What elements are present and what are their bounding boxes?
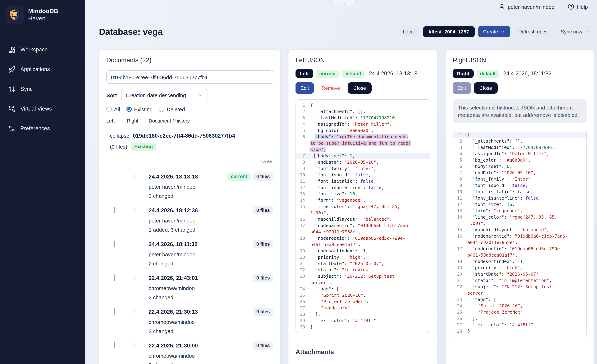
code-content: ], (307, 311, 430, 318)
document-search-input[interactable] (106, 70, 273, 84)
code-line: 22"subject": "ZN-212: Setup test (453, 284, 586, 290)
fold-chevron-icon[interactable]: › (307, 104, 310, 106)
radio-icon[interactable] (106, 107, 112, 112)
code-content: "font_size": 16, (464, 201, 586, 208)
left-select-radio[interactable] (114, 207, 115, 213)
line-number: 27 (296, 305, 307, 311)
sidebar-item-sync[interactable]: Sync (4, 82, 81, 96)
right-select-radio[interactable] (134, 207, 135, 213)
sidebar-item-virtual-views[interactable]: Virtual Views (4, 101, 81, 116)
local-button[interactable]: Local (398, 26, 420, 37)
code-content: "nodeparentid": "019db6a6-c1cb-7aa6- (307, 223, 430, 229)
line-number: 16 (453, 233, 464, 239)
files-badge: 0 files (253, 240, 273, 248)
right-select-radio[interactable] (134, 274, 135, 281)
radio-icon[interactable] (159, 107, 164, 112)
line-number: 18 (296, 235, 307, 241)
code-content: "bodyisset": 1, (307, 153, 430, 159)
left-json-timestamp: 24.4.2026, 18:13:18 (369, 70, 417, 77)
document-history-list: 24.4.2026, 18:13:18current0 filespeter h… (106, 169, 273, 364)
collapse-link[interactable]: collapse (110, 133, 129, 139)
files-badge: 0 files (253, 206, 273, 214)
right-json-editor[interactable]: 1›{2"_attachments": [],3"_lastModified":… (453, 129, 587, 337)
line-number: 17 (296, 223, 307, 229)
filter-existing[interactable]: Existing (126, 106, 152, 112)
create-button[interactable]: Create (478, 26, 510, 37)
line-number: 11 (296, 178, 307, 185)
left-select-radio[interactable] (114, 308, 115, 315)
column-left: Left (106, 118, 127, 124)
code-line: b461-53a8cea01af7", (296, 241, 430, 248)
code-line: 5"bg_color": "#a0a0a0", (296, 127, 430, 134)
code-line: 18"noderootid": "019dab06-ed5c-799e- (296, 235, 430, 241)
edit-button-disabled[interactable]: Edit (453, 82, 471, 94)
left-select-radio[interactable] (114, 274, 115, 281)
code-content: "Sprint 2026-16", (464, 303, 586, 309)
line-number: 7 (453, 170, 464, 176)
revision-author: peter haven/mindoo (149, 217, 273, 224)
code-line: 17"noderootid": "019dab06-ed5c-799e- (453, 246, 586, 252)
files-badge: 0 files (253, 341, 273, 349)
code-content: b461-53a8cea01af7", (464, 252, 586, 258)
right-select-radio[interactable] (134, 173, 135, 179)
line-number: 2 (296, 108, 307, 115)
code-line: </p>", (296, 147, 430, 153)
code-content: "tags": [ (307, 286, 430, 292)
revision-author: chromepwa/mindoo (149, 353, 273, 359)
code-line: 7"endDate": "2026-05-10", (453, 170, 586, 176)
sidebar-item-workspace[interactable]: Workspace (4, 42, 81, 57)
line-number: 28 (453, 328, 464, 334)
code-line: 15"line_color": "rgba(247, 85, 85, (296, 203, 430, 210)
sidebar-item-applications[interactable]: Applications (4, 62, 81, 77)
code-line: server", (296, 279, 430, 286)
revision-timestamp: 24.4.2026, 18:13:18 (149, 173, 198, 180)
left-select-radio[interactable] (114, 342, 115, 349)
current-badge: current (316, 70, 339, 78)
radio-icon[interactable] (126, 107, 132, 112)
document-history-row: 24.4.2026, 18:12:360 filespeter haven/mi… (106, 203, 273, 237)
line-number: 30 (296, 324, 307, 330)
code-line: 14"line_color": "rgba(247, 85, 85, (453, 214, 586, 220)
code-content: "text_color": "#f4f8ff" (464, 322, 586, 328)
historical-notice: This selection is historical. JSON and a… (453, 99, 587, 123)
code-content: "priority": "high", (464, 265, 586, 271)
filter-all[interactable]: All (106, 106, 120, 112)
filter-deleted[interactable]: Deleted (159, 106, 185, 112)
left-json-editor[interactable]: 1›{2"_attachments": [],3"_lastModified":… (296, 99, 430, 333)
close-button[interactable]: Close (474, 82, 498, 94)
refresh-docs-button[interactable]: Refresh docs (513, 26, 552, 37)
right-select-radio[interactable] (134, 308, 135, 315)
code-line: 4"assignedTo": "Peter Miller", (296, 121, 430, 127)
document-group-header: collapse 019db180-e2ee-7ff4-86dd-7506302… (106, 133, 273, 151)
sidebar: MindooDB Haven WorkspaceApplicationsSync… (0, 0, 85, 364)
app-title-block: MindooDB Haven (28, 8, 58, 22)
chevron-down-icon (501, 29, 505, 34)
line-number: 12 (296, 185, 307, 191)
code-line: a044-c92011e7958e", (453, 239, 586, 246)
code-content: 1.00)", (307, 210, 430, 216)
code-content: "font_family": "Inter", (307, 165, 430, 172)
edit-button[interactable]: Edit (296, 82, 314, 94)
code-content: to be super intuitive and fun to read! (307, 140, 430, 147)
fold-chevron-icon[interactable]: › (464, 298, 467, 300)
documents-column-headers: Left Right Document / history (106, 118, 273, 124)
files-badge: 0 files (253, 172, 273, 181)
documents-title: Documents (22) (106, 57, 273, 64)
group-files-count: (0 files) (110, 144, 127, 150)
right-select-radio[interactable] (134, 342, 135, 349)
code-content: "nodesortindex": -1, (464, 258, 586, 265)
left-select-radio[interactable] (114, 240, 115, 247)
fold-chevron-icon[interactable]: › (307, 288, 310, 290)
shield-database-icon (8, 8, 22, 22)
sidebar-item-preferences[interactable]: Preferences (4, 121, 81, 136)
close-button[interactable]: Close (348, 82, 372, 94)
revision-changes: 2 changed (149, 261, 273, 266)
line-number: 25 (453, 309, 464, 315)
sort-select[interactable]: Creation date descending (121, 89, 207, 101)
code-content: { (464, 132, 586, 138)
fold-chevron-icon[interactable]: › (464, 133, 467, 135)
code-line: 1.00)", (296, 210, 430, 216)
remove-button[interactable]: Remove (317, 82, 345, 94)
sync-now-button[interactable]: Sync now (556, 26, 594, 37)
chevron-down-icon (585, 29, 589, 34)
